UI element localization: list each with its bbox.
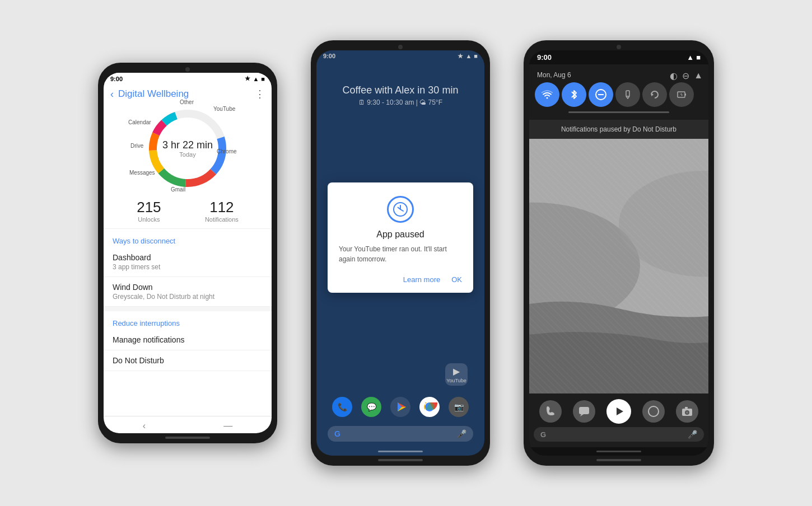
wifi-toggle[interactable] <box>535 82 559 107</box>
status-bar-1: 9:00 ★ ▲ ■ <box>104 73 272 85</box>
greyscale-wallpaper <box>529 139 708 393</box>
bluetooth-icon-2: ★ <box>458 53 463 60</box>
bottom-bar-3 <box>596 459 641 461</box>
manage-notifications-title: Manage notifications <box>113 335 263 344</box>
menu-item-manage-notifications[interactable]: Manage notifications <box>104 330 272 350</box>
back-button[interactable]: ‹ <box>110 88 114 100</box>
svg-rect-25 <box>579 407 589 414</box>
messages-icon-3 <box>578 405 590 418</box>
winddown-sub: Greyscale, Do Not Disturb at night <box>113 293 263 301</box>
menu-item-dashboard[interactable]: Dashboard 3 app timers set <box>104 247 272 277</box>
label-gmail: Gmail <box>171 186 185 193</box>
more-menu-button[interactable]: ⋮ <box>255 88 265 100</box>
nav-home-1[interactable]: — <box>223 421 232 431</box>
rotation-icon <box>649 89 660 100</box>
play-dock-icon[interactable] <box>390 397 410 417</box>
battery-icon: ■ <box>261 76 265 82</box>
messages-dock-icon[interactable]: 💬 <box>361 397 381 417</box>
phone-1-screen: 9:00 ★ ▲ ■ ‹ Digital Wellbeing ⋮ <box>104 73 272 433</box>
flashlight-toggle[interactable] <box>615 82 640 107</box>
messages-dock-icon-3[interactable] <box>573 400 595 423</box>
learn-more-button[interactable]: Learn more <box>403 273 440 286</box>
nav-home-bar-2[interactable] <box>378 451 423 452</box>
app-paused-dialog: App paused Your YouTube timer ran out. I… <box>328 182 473 293</box>
donut-center: 3 hr 22 min Today <box>162 139 213 158</box>
chrome-dock-icon[interactable] <box>419 397 440 417</box>
status-time-3: 9:00 <box>537 53 552 62</box>
menu-item-winddown[interactable]: Wind Down Greyscale, Do Not Disturb at n… <box>104 277 272 307</box>
nav-bar-2 <box>316 447 484 456</box>
phone-1: 9:00 ★ ▲ ■ ‹ Digital Wellbeing ⋮ <box>98 63 277 443</box>
clock-pause-icon <box>393 202 408 217</box>
calendar-event-area: Coffee with Alex in 30 min 🗓 9:30 - 10:3… <box>316 62 484 112</box>
youtube-icon: ▶ <box>453 366 460 377</box>
menu-item-dnd[interactable]: Do Not Disturb <box>104 350 272 371</box>
wallpaper-texture <box>529 139 708 393</box>
mic-icon-2[interactable]: 🎤 <box>457 429 466 438</box>
status-bar-3: 9:00 ▲ ■ <box>529 50 708 64</box>
phone-dock-icon-3[interactable] <box>539 400 562 423</box>
label-calendar: Calendar <box>128 119 151 125</box>
nav-bar-3 <box>529 447 708 456</box>
youtube-label: YouTube <box>446 378 466 383</box>
phone-dock-icon[interactable]: 📞 <box>332 397 352 417</box>
phone-icon-3 <box>544 405 557 418</box>
rotation-toggle[interactable] <box>642 82 667 107</box>
brightness-icon[interactable]: ◐ <box>670 71 678 81</box>
nav-pill-3[interactable] <box>596 451 641 452</box>
svg-point-23 <box>529 203 640 330</box>
qs-top-icons: ◐ ⊖ ▲ <box>670 71 703 81</box>
donut-sub: Today <box>162 151 213 158</box>
record-icon-3 <box>647 405 660 418</box>
nav-back-1[interactable]: ‹ <box>143 421 146 431</box>
play-store-icon <box>390 397 410 417</box>
signal-icon: ▲ <box>253 76 259 82</box>
battery-icon-2: ■ <box>474 53 478 60</box>
battery-saver-icon <box>676 90 687 100</box>
ok-button[interactable]: OK <box>451 273 462 286</box>
section-header-disconnect: Ways to disconnect <box>104 229 272 247</box>
battery-saver-toggle[interactable] <box>669 82 694 107</box>
brightness-slider[interactable] <box>568 111 669 113</box>
svg-rect-18 <box>626 91 629 96</box>
youtube-app-icon[interactable]: ▶ YouTube <box>445 363 468 386</box>
dnd-toggle[interactable] <box>589 82 613 107</box>
bluetooth-toggle[interactable] <box>562 82 586 107</box>
play-icon-3 <box>612 405 626 418</box>
svg-rect-31 <box>685 407 688 409</box>
dnd-top-icon[interactable]: ⊖ <box>682 71 689 81</box>
record-dock-icon-3[interactable] <box>642 400 665 423</box>
battery-icon-3: ■ <box>696 53 701 62</box>
quick-settings-panel: Mon, Aug 6 ◐ ⊖ ▲ <box>529 64 708 120</box>
wifi-top-icon[interactable]: ▲ <box>694 71 703 81</box>
dialog-overlay: App paused Your YouTube timer ran out. I… <box>316 112 484 363</box>
calendar-event-details: 🗓 9:30 - 10:30 am | 🌤 75°F <box>328 99 473 106</box>
bluetooth-icon-qs <box>568 89 580 100</box>
flashlight-icon <box>623 90 633 100</box>
dashboard-sub: 3 app timers set <box>113 263 263 271</box>
yt-floating-icon: ▶ YouTube <box>322 363 479 388</box>
camera-dock-icon-3[interactable] <box>676 400 698 423</box>
dialog-icon-area <box>339 196 462 223</box>
notifications-count: 112 <box>205 199 239 216</box>
camera-dot-3 <box>617 45 621 49</box>
play-button-3[interactable] <box>606 399 631 424</box>
camera-icon-3 <box>681 405 693 418</box>
label-messages: Messages <box>129 170 155 176</box>
dnd-notification-bar: Notifications paused by Do Not Disturb <box>529 120 708 139</box>
winddown-title: Wind Down <box>113 283 263 292</box>
search-bar-3[interactable]: G 🎤 <box>534 427 704 442</box>
camera-dock-icon[interactable]: 📷 <box>449 397 469 417</box>
svg-marker-26 <box>617 407 623 415</box>
phone-2: 9:00 ★ ▲ ■ Coffee with Alex in 30 min 🗓 … <box>311 40 490 466</box>
label-drive: Drive <box>130 143 143 149</box>
dialog-actions: Learn more OK <box>339 273 462 286</box>
mic-icon-3[interactable]: 🎤 <box>688 430 697 439</box>
signal-icon-3: ▲ <box>687 53 694 62</box>
search-bar-2[interactable]: G 🎤 <box>328 426 473 442</box>
svg-marker-19 <box>651 93 654 96</box>
dnd-title: Do Not Disturb <box>113 356 263 365</box>
chrome-icon <box>422 399 437 415</box>
stats-row: 215 Unlocks 112 Notifications <box>104 193 272 229</box>
dialog-body: Your YouTube timer ran out. It'll start … <box>339 244 462 264</box>
